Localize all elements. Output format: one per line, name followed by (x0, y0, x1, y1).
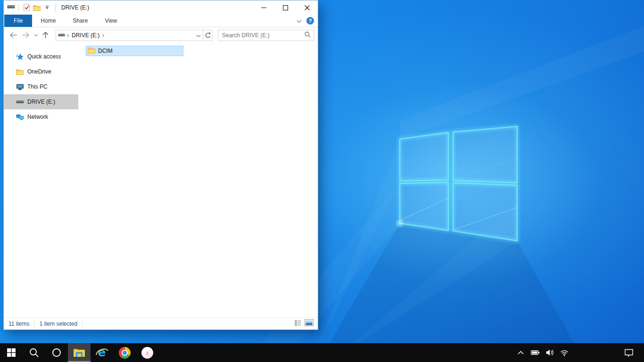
chrome-icon (119, 347, 131, 359)
address-dropdown-chevron-icon[interactable] (196, 31, 201, 40)
monitor-icon (16, 83, 24, 90)
taskbar-file-explorer-button[interactable] (68, 343, 91, 362)
chrome-button[interactable] (113, 343, 136, 362)
minimize-button[interactable] (253, 0, 274, 15)
help-icon[interactable]: ? (306, 17, 314, 25)
crumb-chevron: › (67, 32, 69, 39)
wifi-icon[interactable] (559, 343, 570, 362)
ribbon-tabs: File Home Share View ? (4, 15, 318, 27)
item-count: 11 items (8, 321, 29, 327)
start-button[interactable] (0, 343, 23, 362)
show-hidden-icons-chevron[interactable] (515, 343, 526, 362)
status-bar: 11 items 1 item selected (4, 317, 318, 329)
itunes-icon: ♪ (141, 347, 153, 359)
window-system-drive-icon[interactable] (7, 3, 15, 12)
crumb-chevron[interactable]: › (102, 32, 104, 39)
explorer-main: Quick access OneDrive This PC DRIVE (E:) (4, 43, 318, 318)
itunes-button[interactable]: ♪ (136, 343, 158, 362)
network-icon (16, 114, 24, 120)
address-drive-icon (58, 31, 65, 40)
sidebar-item-quick-access[interactable]: Quick access (4, 49, 78, 64)
titlebar-separator (18, 4, 18, 11)
cortana-button[interactable] (45, 343, 68, 362)
breadcrumb-drive[interactable]: DRIVE (E:) (72, 32, 99, 39)
action-center-button[interactable] (619, 343, 639, 362)
tab-share[interactable]: Share (64, 15, 96, 27)
expand-ribbon-chevron-icon[interactable] (297, 16, 302, 25)
drive-icon (16, 99, 24, 105)
search-input[interactable] (221, 32, 305, 39)
file-list: DCIM (78, 43, 318, 318)
quick-access-star-icon (16, 53, 24, 60)
sidebar-item-this-pc[interactable]: This PC (4, 79, 78, 94)
back-button[interactable] (9, 32, 17, 38)
file-explorer-window: DRIVE (E:) File Home Share View ? (3, 0, 318, 330)
folder-icon (16, 69, 24, 75)
qat-customize-dropdown-icon[interactable] (42, 2, 52, 13)
selection-count: 1 item selected (39, 321, 77, 327)
sidebar-item-label: OneDrive (27, 68, 51, 75)
tab-home[interactable]: Home (32, 15, 64, 27)
sidebar-item-network[interactable]: Network (4, 109, 78, 124)
large-thumbnails-view-button[interactable] (305, 319, 314, 328)
sidebar-item-label: Quick access (27, 53, 61, 60)
window-title: DRIVE (E:) (61, 4, 89, 11)
sidebar-item-label: DRIVE (E:) (27, 99, 55, 105)
recent-locations-chevron-icon[interactable] (34, 34, 38, 37)
search-icon[interactable] (305, 31, 311, 40)
svg-text:e: e (98, 346, 106, 359)
taskbar: e ♪ (0, 343, 644, 362)
battery-icon[interactable] (530, 343, 540, 362)
sidebar-item-label: This PC (27, 83, 48, 90)
file-item-label: DCIM (98, 48, 113, 54)
sidebar-item-label: Network (27, 114, 48, 120)
tab-file[interactable]: File (4, 15, 32, 27)
title-bar: DRIVE (E:) (4, 0, 318, 15)
folder-icon (88, 47, 95, 55)
tab-view[interactable]: View (96, 15, 125, 27)
details-view-button[interactable] (295, 320, 301, 328)
volume-icon[interactable] (545, 343, 555, 362)
qat-new-folder-icon[interactable] (32, 2, 42, 13)
forward-button[interactable] (22, 32, 30, 38)
navigation-bar: › DRIVE (E:) › (4, 27, 318, 43)
close-button[interactable] (296, 0, 318, 15)
navigation-pane: Quick access OneDrive This PC DRIVE (E:) (4, 43, 78, 318)
address-bar[interactable]: › DRIVE (E:) › (56, 30, 203, 41)
file-item-dcim[interactable]: DCIM (86, 46, 183, 56)
up-button[interactable] (42, 32, 49, 39)
qat-properties-icon[interactable] (21, 2, 32, 13)
internet-explorer-button[interactable]: e (91, 343, 113, 362)
maximize-button[interactable] (274, 0, 296, 15)
refresh-button[interactable] (203, 30, 213, 41)
search-box (218, 30, 314, 41)
sidebar-item-onedrive[interactable]: OneDrive (4, 64, 78, 79)
taskbar-search-button[interactable] (23, 343, 45, 362)
titlebar-separator (55, 4, 56, 11)
sidebar-item-drive-e[interactable]: DRIVE (E:) (4, 94, 78, 109)
system-tray (515, 343, 570, 362)
